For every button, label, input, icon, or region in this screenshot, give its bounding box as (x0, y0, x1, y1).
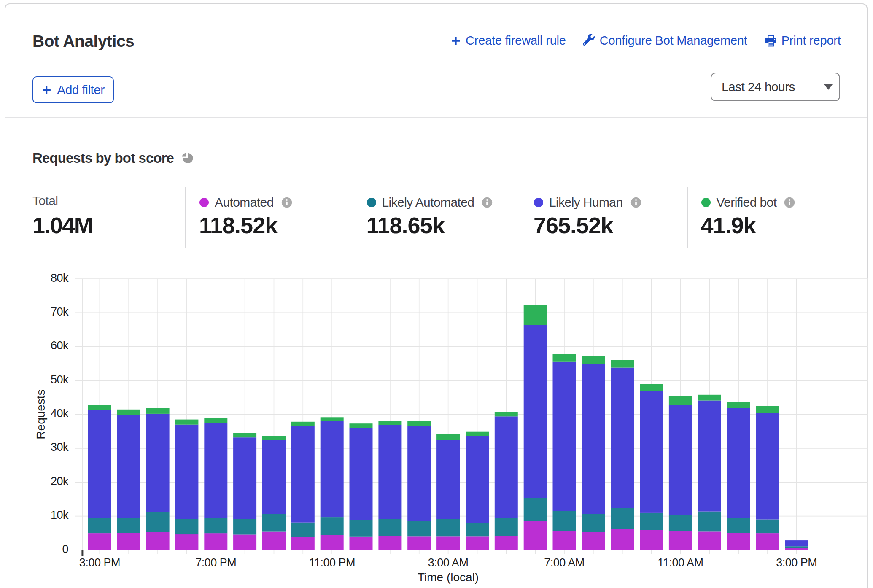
svg-text:40k: 40k (51, 407, 69, 420)
svg-text:3:00 PM: 3:00 PM (776, 556, 817, 569)
svg-text:7:00 PM: 7:00 PM (195, 556, 236, 569)
svg-text:60k: 60k (51, 339, 69, 352)
svg-text:11:00 PM: 11:00 PM (309, 556, 355, 569)
svg-text:0: 0 (62, 543, 68, 556)
svg-text:3:00 PM: 3:00 PM (79, 556, 120, 569)
svg-text:20k: 20k (51, 475, 69, 488)
svg-text:50k: 50k (51, 373, 69, 386)
svg-text:70k: 70k (51, 305, 69, 318)
svg-text:10k: 10k (51, 509, 69, 521)
svg-text:80k: 80k (51, 272, 69, 284)
svg-text:Requests: Requests (34, 389, 47, 439)
svg-text:Time (local): Time (local) (418, 571, 479, 584)
svg-text:11:00 AM: 11:00 AM (657, 556, 703, 569)
svg-text:7:00 AM: 7:00 AM (544, 556, 585, 569)
svg-text:30k: 30k (51, 441, 69, 453)
svg-text:3:00 AM: 3:00 AM (428, 556, 469, 569)
